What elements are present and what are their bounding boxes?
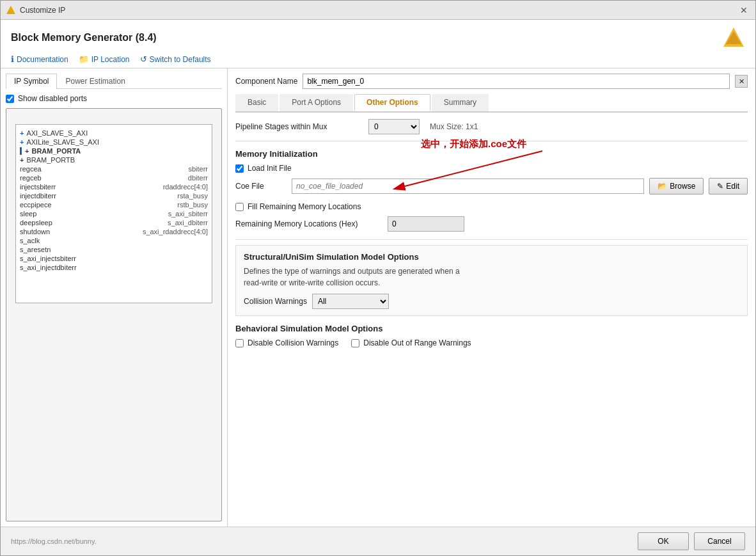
list-item: regcea sbiterr xyxy=(20,164,208,173)
behavioral-section-title: Behavioral Simulation Model Options xyxy=(235,324,748,333)
port-name-right: rdaddrecc[4:0] xyxy=(163,183,208,191)
port-left: + AXI_SLAVE_S_AXI xyxy=(20,129,88,137)
port-name-left: regcea xyxy=(20,165,42,173)
ok-button[interactable]: OK xyxy=(638,532,689,550)
list-item: deepsleep s_axi_dbiterr xyxy=(20,218,208,227)
disable-out-of-range-label[interactable]: Disable Out of Range Warnings xyxy=(363,338,471,347)
port-left: + AXILite_SLAVE_S_AXI xyxy=(20,138,99,146)
close-button[interactable]: ✕ xyxy=(737,4,750,17)
tab-power-estimation[interactable]: Power Estimation xyxy=(57,74,133,88)
list-item: s_axi_injectsbiterr xyxy=(20,254,208,263)
app-icon xyxy=(6,5,16,15)
fill-remaining-checkbox[interactable] xyxy=(235,203,244,211)
show-disabled-row: Show disabled ports xyxy=(6,94,222,103)
disable-collision-checkbox[interactable] xyxy=(235,339,244,347)
right-panel: Component Name ✕ Basic Port A Options Ot… xyxy=(228,68,755,527)
mux-size-label: Mux Size: 1x1 xyxy=(430,122,478,131)
ip-symbol-box: + AXI_SLAVE_S_AXI + AXILite_SLAVE_S_AXI xyxy=(6,108,222,521)
title-bar-text: Customize IP xyxy=(20,6,737,15)
remaining-hex-row: Remaining Memory Locations (Hex) xyxy=(235,216,748,232)
remaining-hex-input[interactable] xyxy=(388,216,464,232)
tab-ip-symbol[interactable]: IP Symbol xyxy=(6,74,57,89)
plus-icon: + xyxy=(20,156,24,164)
port-name-right: s_axi_dbiterr xyxy=(168,219,208,226)
port-left: + BRAM_PORTB xyxy=(20,156,75,164)
behavioral-section: Behavioral Simulation Model Options Disa… xyxy=(235,324,748,353)
list-item: + AXILite_SLAVE_S_AXI xyxy=(20,138,208,147)
main-window: Customize IP ✕ Block Memory Generator (8… xyxy=(0,0,756,556)
port-name-right: rsta_busy xyxy=(177,192,208,200)
load-init-file-row: Load Init File xyxy=(235,164,748,173)
component-name-input[interactable] xyxy=(303,74,730,89)
pipeline-stages-select[interactable]: 0 1 2 xyxy=(368,119,420,134)
port-name: AXILite_SLAVE_S_AXI xyxy=(26,138,99,146)
list-item: s_aclk xyxy=(20,236,208,245)
coe-file-input[interactable] xyxy=(292,179,644,194)
tab-content-other-options: Pipeline Stages within Mux 0 1 2 Mux Siz… xyxy=(235,119,748,521)
block-title-text: Block Memory Generator (8.4) xyxy=(11,32,157,44)
list-item: shutdown s_axi_rdaddrecc[4:0] xyxy=(20,227,208,236)
collision-warnings-row: Collision Warnings All Generate X None xyxy=(244,294,739,309)
svg-marker-0 xyxy=(6,6,15,14)
divider-2 xyxy=(235,239,748,240)
tab-other-options[interactable]: Other Options xyxy=(354,94,430,111)
vivado-logo-icon xyxy=(722,26,745,49)
tab-summary[interactable]: Summary xyxy=(432,94,489,111)
port-blue-line xyxy=(20,147,22,155)
port-name-left: regceb xyxy=(20,174,42,182)
port-name-right: s_axi_rdaddrecc[4:0] xyxy=(143,228,208,235)
tab-basic[interactable]: Basic xyxy=(235,94,278,111)
list-item: eccpipece rstb_busy xyxy=(20,200,208,209)
port-name-left: injectsbiterr xyxy=(20,183,56,191)
coe-file-label: Coe File xyxy=(235,182,287,191)
coe-file-row: Coe File 📂 Browse ✎ Edit xyxy=(235,178,748,195)
ip-location-label: IP Location xyxy=(91,55,130,64)
bottom-buttons: OK Cancel xyxy=(638,532,745,550)
component-name-row: Component Name ✕ xyxy=(235,74,748,89)
disable-out-of-range-checkbox[interactable] xyxy=(351,339,359,347)
list-item: regceb dbiterr xyxy=(20,173,208,182)
port-name-left: sleep xyxy=(20,210,36,218)
switch-defaults-label: Switch to Defaults xyxy=(150,55,211,64)
ip-location-link[interactable]: 📁 IP Location xyxy=(79,54,130,64)
disable-collision-row: Disable Collision Warnings xyxy=(235,338,338,347)
load-init-file-label[interactable]: Load Init File xyxy=(248,164,292,173)
plus-icon: + xyxy=(25,147,29,155)
edit-icon: ✎ xyxy=(717,182,723,191)
port-name-left: injectdbiterr xyxy=(20,192,56,200)
list-item: injectdbiterr rsta_busy xyxy=(20,191,208,200)
tab-port-a-options[interactable]: Port A Options xyxy=(280,94,353,111)
left-panel: IP Symbol Power Estimation Show disabled… xyxy=(1,68,228,527)
edit-button[interactable]: ✎ Edit xyxy=(709,178,748,195)
cancel-button[interactable]: Cancel xyxy=(694,532,745,550)
pipeline-stages-row: Pipeline Stages within Mux 0 1 2 Mux Siz… xyxy=(235,119,748,134)
port-name-right: sbiterr xyxy=(188,165,208,173)
collision-warnings-select[interactable]: All Generate X None xyxy=(312,294,389,309)
collision-warnings-label: Collision Warnings xyxy=(244,297,307,306)
fill-remaining-label[interactable]: Fill Remaining Memory Locations xyxy=(248,202,361,211)
bottom-bar: https://blog.csdn.net/bunny. OK Cancel xyxy=(1,527,755,555)
tabs-bar: Basic Port A Options Other Options Summa… xyxy=(235,94,748,113)
port-name-left: s_axi_injectsbiterr xyxy=(20,255,76,262)
disable-collision-label[interactable]: Disable Collision Warnings xyxy=(248,338,338,347)
show-disabled-label[interactable]: Show disabled ports xyxy=(18,94,87,103)
list-item: + BRAM_PORTB xyxy=(20,155,208,164)
browse-button[interactable]: 📂 Browse xyxy=(649,178,704,195)
documentation-label: Documentation xyxy=(17,55,68,64)
divider-1 xyxy=(235,141,748,141)
footer-url: https://blog.csdn.net/bunny. xyxy=(11,537,97,545)
folder-icon: 📂 xyxy=(658,182,667,191)
load-init-file-checkbox[interactable] xyxy=(235,164,244,173)
component-name-clear-button[interactable]: ✕ xyxy=(735,75,748,88)
port-name-right: rstb_busy xyxy=(177,201,208,209)
port-name-right: s_axi_sbiterr xyxy=(168,210,208,218)
list-item: s_aresetn xyxy=(20,245,208,254)
documentation-link[interactable]: ℹ Documentation xyxy=(11,54,68,64)
switch-defaults-link[interactable]: ↺ Switch to Defaults xyxy=(140,54,211,64)
port-name: AXI_SLAVE_S_AXI xyxy=(26,129,88,137)
behavioral-checkboxes: Disable Collision Warnings Disable Out o… xyxy=(235,338,748,353)
structural-section-title: Structural/UniSim Simulation Model Optio… xyxy=(244,252,739,262)
header: Block Memory Generator (8.4) ℹ Documenta… xyxy=(1,20,755,68)
toolbar: ℹ Documentation 📁 IP Location ↺ Switch t… xyxy=(11,54,745,64)
show-disabled-checkbox[interactable] xyxy=(6,95,14,103)
